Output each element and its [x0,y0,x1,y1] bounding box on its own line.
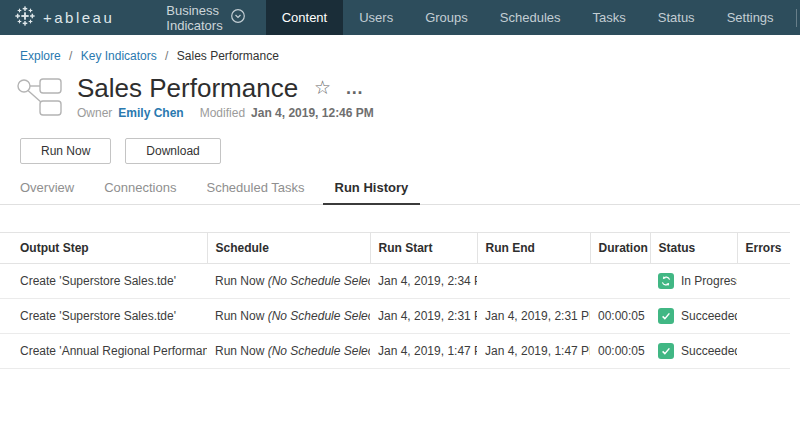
schedule-cell: Run Now (No Schedule Selected) [207,264,370,299]
errors-cell [737,264,790,299]
duration-cell: 00:00:05 [590,334,650,369]
run-end-cell: Jan 4, 2019, 1:47 PM [477,334,590,369]
circle-chevron-down-icon [230,8,246,27]
breadcrumb-separator: / [165,49,168,63]
nav-item-tasks[interactable]: Tasks [577,0,642,35]
nav-menu: Content Users Groups Schedules Tasks Sta… [266,0,790,35]
column-header-run-start[interactable]: Run Start [370,233,477,264]
nav-item-settings[interactable]: Settings [711,0,790,35]
site-selector[interactable]: Business Indicators [154,0,257,35]
tab-overview[interactable]: Overview [20,180,74,204]
run-start-cell: Jan 4, 2019, 2:31 PM [370,299,477,334]
breadcrumb: Explore / Key Indicators / Sales Perform… [0,35,800,63]
tab-scheduled-tasks[interactable]: Scheduled Tasks [206,180,304,204]
modified-value: Jan 4, 2019, 12:46 PM [251,106,374,120]
site-selector-label: Business Indicators [166,3,222,33]
column-header-schedule[interactable]: Schedule [207,233,370,264]
tab-connections[interactable]: Connections [104,180,176,204]
flow-diagram-icon [15,75,65,123]
breadcrumb-current: Sales Performance [177,49,279,63]
ellipsis-icon[interactable]: … [345,75,363,101]
status-cell: In Progress [650,264,737,299]
status-label: Succeeded [681,309,737,323]
star-icon[interactable]: ☆ [314,73,331,103]
nav-right-group [790,0,800,35]
owner-link[interactable]: Emily Chen [118,106,183,120]
breadcrumb-key-indicators[interactable]: Key Indicators [81,49,157,63]
run-end-cell: Jan 4, 2019, 2:31 PM [477,299,590,334]
tableau-logo-icon [14,5,36,30]
check-icon [658,343,674,359]
top-nav: +ableau Business Indicators Content User… [0,0,800,35]
column-header-output-step[interactable]: Output Step [0,233,207,264]
nav-item-status[interactable]: Status [642,0,711,35]
schedule-cell: Run Now (No Schedule Selected) [207,299,370,334]
column-header-errors[interactable]: Errors [737,233,790,264]
run-start-cell: Jan 4, 2019, 1:47 PM [370,334,477,369]
table-row: Create 'Superstore Sales.tde' Run Now (N… [0,264,790,299]
breadcrumb-separator: / [69,49,72,63]
output-step-cell: Create 'Superstore Sales.tde' [0,299,207,334]
page-title: Sales Performance [77,73,298,103]
nav-item-content[interactable]: Content [266,0,344,35]
output-step-cell: Create 'Annual Regional Performance.tde' [0,334,207,369]
meta-line: Owner Emily Chen Modified Jan 4, 2019, 1… [77,106,374,120]
breadcrumb-explore[interactable]: Explore [20,49,61,63]
modified-label: Modified [200,106,245,120]
download-button[interactable]: Download [125,138,220,164]
toolbar: Run Now Download [0,123,800,164]
table-row: Create 'Annual Regional Performance.tde'… [0,334,790,369]
status-label: Succeeded [681,344,737,358]
run-history-table: Output Step Schedule Run Start Run End D… [0,232,800,369]
owner-label: Owner [77,106,112,120]
tab-run-history[interactable]: Run History [323,180,421,205]
schedule-cell: Run Now (No Schedule Selected) [207,334,370,369]
run-start-cell: Jan 4, 2019, 2:34 PM [370,264,477,299]
nav-item-groups[interactable]: Groups [409,0,484,35]
sync-icon [658,273,674,289]
errors-cell [737,299,790,334]
status-label: In Progress [681,274,737,288]
page-tabs: Overview Connections Scheduled Tasks Run… [0,180,800,205]
table-row: Create 'Superstore Sales.tde' Run Now (N… [0,299,790,334]
column-header-run-end[interactable]: Run End [477,233,590,264]
run-now-button[interactable]: Run Now [20,138,111,164]
column-header-duration[interactable]: Duration [590,233,650,264]
duration-cell [590,264,650,299]
output-step-cell: Create 'Superstore Sales.tde' [0,264,207,299]
nav-item-users[interactable]: Users [343,0,409,35]
check-icon [658,308,674,324]
nav-divider [796,9,797,27]
run-end-cell [477,264,590,299]
nav-item-schedules[interactable]: Schedules [484,0,577,35]
tableau-logo[interactable]: +ableau [0,0,114,35]
page-header: Sales Performance ☆ … Owner Emily Chen M… [0,63,800,123]
table-header-row: Output Step Schedule Run Start Run End D… [0,233,790,264]
column-header-status[interactable]: Status [650,233,737,264]
errors-cell [737,334,790,369]
status-cell: Succeeded [650,334,737,369]
duration-cell: 00:00:05 [590,299,650,334]
tableau-logo-text: +ableau [43,9,114,26]
status-cell: Succeeded [650,299,737,334]
